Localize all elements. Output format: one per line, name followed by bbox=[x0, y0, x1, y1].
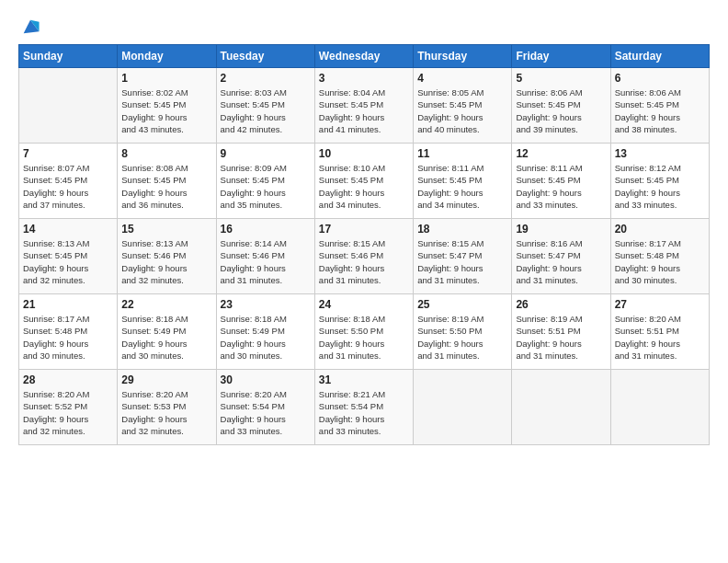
day-cell bbox=[414, 370, 512, 445]
day-cell: 23Sunrise: 8:18 AM Sunset: 5:49 PM Dayli… bbox=[216, 294, 314, 370]
day-cell: 28Sunrise: 8:20 AM Sunset: 5:52 PM Dayli… bbox=[19, 370, 118, 445]
day-number: 30 bbox=[221, 373, 311, 386]
day-cell: 29Sunrise: 8:20 AM Sunset: 5:53 PM Dayli… bbox=[118, 370, 216, 445]
weekday-tuesday: Tuesday bbox=[216, 45, 314, 68]
week-row-0: 1Sunrise: 8:02 AM Sunset: 5:45 PM Daylig… bbox=[19, 68, 710, 144]
day-cell: 26Sunrise: 8:19 AM Sunset: 5:51 PM Dayli… bbox=[512, 294, 610, 370]
day-cell: 13Sunrise: 8:12 AM Sunset: 5:45 PM Dayli… bbox=[610, 144, 709, 219]
day-number: 10 bbox=[319, 147, 409, 160]
day-info: Sunrise: 8:08 AM Sunset: 5:45 PM Dayligh… bbox=[121, 162, 211, 211]
calendar: SundayMondayTuesdayWednesdayThursdayFrid… bbox=[18, 44, 710, 445]
weekday-header-row: SundayMondayTuesdayWednesdayThursdayFrid… bbox=[19, 45, 710, 68]
day-number: 8 bbox=[121, 147, 211, 160]
day-info: Sunrise: 8:10 AM Sunset: 5:45 PM Dayligh… bbox=[319, 162, 409, 211]
day-info: Sunrise: 8:02 AM Sunset: 5:45 PM Dayligh… bbox=[121, 86, 211, 135]
day-number: 3 bbox=[319, 72, 409, 85]
day-number: 9 bbox=[221, 147, 311, 160]
day-cell: 18Sunrise: 8:15 AM Sunset: 5:47 PM Dayli… bbox=[414, 219, 512, 294]
day-cell bbox=[610, 370, 709, 445]
day-cell: 1Sunrise: 8:02 AM Sunset: 5:45 PM Daylig… bbox=[118, 68, 216, 144]
day-info: Sunrise: 8:06 AM Sunset: 5:45 PM Dayligh… bbox=[516, 86, 606, 135]
day-info: Sunrise: 8:06 AM Sunset: 5:45 PM Dayligh… bbox=[615, 86, 705, 135]
day-number: 22 bbox=[121, 298, 211, 311]
page: SundayMondayTuesdayWednesdayThursdayFrid… bbox=[0, 0, 728, 563]
weekday-wednesday: Wednesday bbox=[314, 45, 413, 68]
week-row-1: 7Sunrise: 8:07 AM Sunset: 5:45 PM Daylig… bbox=[19, 144, 710, 219]
day-number: 4 bbox=[417, 72, 507, 85]
day-info: Sunrise: 8:20 AM Sunset: 5:54 PM Dayligh… bbox=[221, 388, 311, 437]
logo-icon bbox=[20, 17, 40, 37]
day-cell: 7Sunrise: 8:07 AM Sunset: 5:45 PM Daylig… bbox=[19, 144, 118, 219]
day-info: Sunrise: 8:11 AM Sunset: 5:45 PM Dayligh… bbox=[516, 162, 606, 211]
week-row-2: 14Sunrise: 8:13 AM Sunset: 5:45 PM Dayli… bbox=[19, 219, 710, 294]
day-cell: 24Sunrise: 8:18 AM Sunset: 5:50 PM Dayli… bbox=[314, 294, 413, 370]
day-number: 5 bbox=[516, 72, 606, 85]
day-number: 21 bbox=[23, 298, 113, 311]
day-info: Sunrise: 8:15 AM Sunset: 5:47 PM Dayligh… bbox=[417, 237, 507, 286]
day-info: Sunrise: 8:17 AM Sunset: 5:48 PM Dayligh… bbox=[615, 237, 705, 286]
day-cell: 6Sunrise: 8:06 AM Sunset: 5:45 PM Daylig… bbox=[610, 68, 709, 144]
day-info: Sunrise: 8:17 AM Sunset: 5:48 PM Dayligh… bbox=[23, 313, 113, 362]
day-number: 18 bbox=[417, 223, 507, 236]
day-info: Sunrise: 8:16 AM Sunset: 5:47 PM Dayligh… bbox=[516, 237, 606, 286]
day-number: 11 bbox=[417, 147, 507, 160]
day-number: 19 bbox=[516, 223, 606, 236]
day-number: 15 bbox=[121, 223, 211, 236]
day-number: 6 bbox=[615, 72, 705, 85]
calendar-header: SundayMondayTuesdayWednesdayThursdayFrid… bbox=[19, 45, 710, 68]
day-number: 31 bbox=[319, 373, 409, 386]
day-cell: 9Sunrise: 8:09 AM Sunset: 5:45 PM Daylig… bbox=[216, 144, 314, 219]
day-info: Sunrise: 8:18 AM Sunset: 5:49 PM Dayligh… bbox=[221, 313, 311, 362]
day-cell: 14Sunrise: 8:13 AM Sunset: 5:45 PM Dayli… bbox=[19, 219, 118, 294]
day-number: 28 bbox=[23, 373, 113, 386]
day-info: Sunrise: 8:04 AM Sunset: 5:45 PM Dayligh… bbox=[319, 86, 409, 135]
day-cell bbox=[512, 370, 610, 445]
header bbox=[18, 17, 710, 37]
day-number: 23 bbox=[221, 298, 311, 311]
day-info: Sunrise: 8:19 AM Sunset: 5:50 PM Dayligh… bbox=[417, 313, 507, 362]
day-cell: 3Sunrise: 8:04 AM Sunset: 5:45 PM Daylig… bbox=[314, 68, 413, 144]
day-info: Sunrise: 8:09 AM Sunset: 5:45 PM Dayligh… bbox=[221, 162, 311, 211]
day-number: 14 bbox=[23, 223, 113, 236]
day-number: 13 bbox=[615, 147, 705, 160]
day-info: Sunrise: 8:13 AM Sunset: 5:46 PM Dayligh… bbox=[121, 237, 211, 286]
day-cell: 25Sunrise: 8:19 AM Sunset: 5:50 PM Dayli… bbox=[414, 294, 512, 370]
day-number: 16 bbox=[221, 223, 311, 236]
day-info: Sunrise: 8:15 AM Sunset: 5:46 PM Dayligh… bbox=[319, 237, 409, 286]
day-cell: 19Sunrise: 8:16 AM Sunset: 5:47 PM Dayli… bbox=[512, 219, 610, 294]
day-cell: 2Sunrise: 8:03 AM Sunset: 5:45 PM Daylig… bbox=[216, 68, 314, 144]
weekday-sunday: Sunday bbox=[19, 45, 118, 68]
day-info: Sunrise: 8:03 AM Sunset: 5:45 PM Dayligh… bbox=[221, 86, 311, 135]
day-info: Sunrise: 8:05 AM Sunset: 5:45 PM Dayligh… bbox=[417, 86, 507, 135]
day-cell: 22Sunrise: 8:18 AM Sunset: 5:49 PM Dayli… bbox=[118, 294, 216, 370]
day-number: 29 bbox=[121, 373, 211, 386]
week-row-3: 21Sunrise: 8:17 AM Sunset: 5:48 PM Dayli… bbox=[19, 294, 710, 370]
day-number: 2 bbox=[221, 72, 311, 85]
day-info: Sunrise: 8:12 AM Sunset: 5:45 PM Dayligh… bbox=[615, 162, 705, 211]
day-info: Sunrise: 8:20 AM Sunset: 5:53 PM Dayligh… bbox=[121, 388, 211, 437]
day-cell: 30Sunrise: 8:20 AM Sunset: 5:54 PM Dayli… bbox=[216, 370, 314, 445]
day-info: Sunrise: 8:21 AM Sunset: 5:54 PM Dayligh… bbox=[319, 388, 409, 437]
day-info: Sunrise: 8:18 AM Sunset: 5:50 PM Dayligh… bbox=[319, 313, 409, 362]
day-number: 17 bbox=[319, 223, 409, 236]
weekday-saturday: Saturday bbox=[610, 45, 709, 68]
day-cell: 15Sunrise: 8:13 AM Sunset: 5:46 PM Dayli… bbox=[118, 219, 216, 294]
day-info: Sunrise: 8:19 AM Sunset: 5:51 PM Dayligh… bbox=[516, 313, 606, 362]
day-cell: 8Sunrise: 8:08 AM Sunset: 5:45 PM Daylig… bbox=[118, 144, 216, 219]
day-info: Sunrise: 8:20 AM Sunset: 5:51 PM Dayligh… bbox=[615, 313, 705, 362]
day-number: 26 bbox=[516, 298, 606, 311]
day-number: 12 bbox=[516, 147, 606, 160]
day-info: Sunrise: 8:18 AM Sunset: 5:49 PM Dayligh… bbox=[121, 313, 211, 362]
calendar-body: 1Sunrise: 8:02 AM Sunset: 5:45 PM Daylig… bbox=[19, 68, 710, 445]
day-info: Sunrise: 8:14 AM Sunset: 5:46 PM Dayligh… bbox=[221, 237, 311, 286]
day-cell: 21Sunrise: 8:17 AM Sunset: 5:48 PM Dayli… bbox=[19, 294, 118, 370]
day-cell bbox=[19, 68, 118, 144]
day-cell: 5Sunrise: 8:06 AM Sunset: 5:45 PM Daylig… bbox=[512, 68, 610, 144]
weekday-friday: Friday bbox=[512, 45, 610, 68]
day-info: Sunrise: 8:20 AM Sunset: 5:52 PM Dayligh… bbox=[23, 388, 113, 437]
day-cell: 10Sunrise: 8:10 AM Sunset: 5:45 PM Dayli… bbox=[314, 144, 413, 219]
day-cell: 20Sunrise: 8:17 AM Sunset: 5:48 PM Dayli… bbox=[610, 219, 709, 294]
weekday-thursday: Thursday bbox=[414, 45, 512, 68]
day-info: Sunrise: 8:13 AM Sunset: 5:45 PM Dayligh… bbox=[23, 237, 113, 286]
day-info: Sunrise: 8:11 AM Sunset: 5:45 PM Dayligh… bbox=[417, 162, 507, 211]
